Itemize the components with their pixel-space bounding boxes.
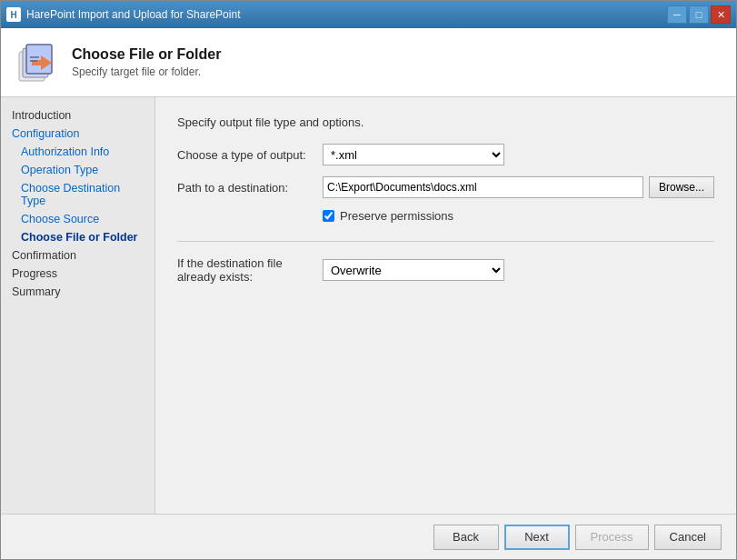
close-button[interactable]: ✕ — [711, 5, 731, 24]
bottom-bar: Back Next Process Cancel — [1, 514, 736, 559]
sidebar-item-choose-source[interactable]: Choose Source — [1, 210, 154, 228]
minimize-button[interactable]: ─ — [667, 5, 687, 24]
browse-button[interactable]: Browse... — [649, 176, 714, 198]
path-row: Path to a destination: Browse... — [177, 176, 714, 198]
output-type-row: Choose a type of output: *.xml *.csv *.j… — [177, 144, 714, 165]
separator — [177, 241, 714, 242]
main-window: H HarePoint Import and Upload for ShareP… — [0, 0, 737, 560]
header: Choose File or Folder Specify target fil… — [1, 28, 736, 97]
header-icon — [12, 39, 59, 86]
exists-row: If the destination file already exists: … — [177, 256, 714, 284]
header-title: Choose File or Folder — [72, 46, 221, 63]
window-controls: ─ □ ✕ — [667, 5, 731, 24]
exists-select[interactable]: Overwrite Rename Skip — [323, 259, 504, 281]
output-type-select[interactable]: *.xml *.csv *.json — [323, 144, 504, 165]
sidebar: Introduction Configuration Authorization… — [1, 97, 155, 514]
header-text: Choose File or Folder Specify target fil… — [72, 46, 221, 78]
sidebar-item-configuration[interactable]: Configuration — [1, 125, 154, 143]
path-input[interactable] — [323, 176, 643, 198]
sidebar-item-destination-type[interactable]: Choose Destination Type — [1, 179, 154, 210]
sidebar-item-authorization[interactable]: Authorization Info — [1, 143, 154, 161]
sidebar-item-choose-file[interactable]: Choose File or Folder — [1, 228, 154, 246]
cancel-button[interactable]: Cancel — [654, 525, 722, 550]
exists-control: Overwrite Rename Skip — [323, 259, 714, 281]
output-type-control: *.xml *.csv *.json — [323, 144, 714, 165]
sidebar-item-summary[interactable]: Summary — [1, 283, 154, 301]
next-button[interactable]: Next — [504, 525, 570, 550]
main-description: Specify output file type and options. — [177, 115, 714, 129]
main-panel: Specify output file type and options. Ch… — [155, 97, 736, 514]
sidebar-item-operation-type[interactable]: Operation Type — [1, 161, 154, 179]
preserve-checkbox[interactable] — [323, 210, 334, 222]
svg-rect-2 — [26, 45, 52, 74]
back-button[interactable]: Back — [433, 525, 499, 550]
content-area: Introduction Configuration Authorization… — [1, 97, 736, 514]
sidebar-item-introduction[interactable]: Introduction — [1, 106, 154, 125]
output-type-label: Choose a type of output: — [177, 148, 323, 162]
preserve-row: Preserve permissions — [323, 209, 714, 223]
sidebar-item-progress[interactable]: Progress — [1, 265, 154, 283]
preserve-label[interactable]: Preserve permissions — [340, 209, 453, 223]
header-subtitle: Specify target file or folder. — [72, 65, 221, 78]
exists-label: If the destination file already exists: — [177, 256, 323, 284]
sidebar-item-confirmation[interactable]: Confirmation — [1, 246, 154, 265]
path-control: Browse... — [323, 176, 714, 198]
app-icon: H — [6, 7, 21, 22]
title-bar: H HarePoint Import and Upload for ShareP… — [1, 1, 736, 28]
maximize-button[interactable]: □ — [689, 5, 709, 24]
process-button[interactable]: Process — [575, 525, 649, 550]
window-title: HarePoint Import and Upload for SharePoi… — [26, 8, 667, 21]
path-label: Path to a destination: — [177, 181, 323, 195]
